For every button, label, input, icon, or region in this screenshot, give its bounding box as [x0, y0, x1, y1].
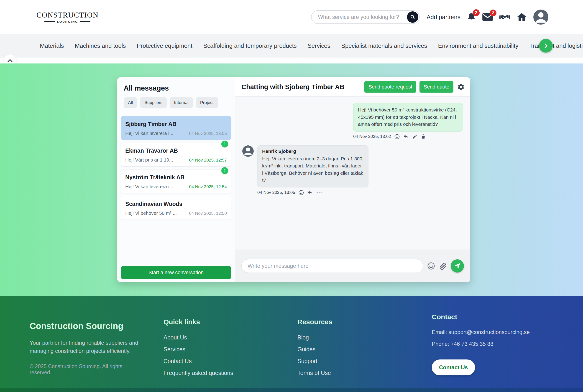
conversation-list: Sjöberg Timber AB Hej! Vi kan leverera i… [120, 116, 232, 260]
chat-settings-button[interactable] [457, 83, 465, 91]
logo-rule-left [44, 22, 55, 22]
paperclip-icon [439, 262, 447, 270]
incoming-message-bubble: Henrik Sjöberg Hej! Vi kan leverera inom… [257, 146, 369, 188]
reply-button[interactable] [307, 190, 313, 196]
footer-contact-column: Contact Email: support@constructionsourc… [432, 312, 530, 376]
conversation-timestamp: 04 Nov 2025, 13:05 [189, 131, 227, 136]
outgoing-message-timestamp: 04 Nov 2025, 13:02 [353, 134, 391, 139]
smiley-icon [427, 262, 435, 270]
nav-item-materials[interactable]: Materials [40, 42, 64, 49]
outgoing-message: Hej! Vi behöver 50 m³ konstruktionsvirke… [353, 102, 463, 140]
conversation-item-sjoberg-timber[interactable]: Sjöberg Timber AB Hej! Vi kan leverera i… [121, 116, 231, 140]
user-icon [242, 146, 254, 157]
conversation-name: Sjöberg Timber AB [125, 121, 227, 128]
partnerships-button[interactable] [499, 14, 511, 21]
filter-all[interactable]: All [124, 97, 137, 108]
avatar[interactable] [533, 10, 548, 24]
reply-button[interactable] [403, 134, 409, 140]
nav-item-protective-equipment[interactable]: Protective equipment [137, 42, 192, 49]
notifications-button[interactable]: 2 [467, 12, 476, 22]
conversation-timestamp: 04 Nov 2025, 12:50 [189, 211, 227, 216]
message-input[interactable] [241, 259, 423, 273]
footer-brand: Construction Sourcing [30, 321, 143, 331]
footer-link-services[interactable]: Services [163, 346, 233, 353]
conversation-preview: Hej! Vårt pris är 1 19... [125, 157, 173, 163]
delete-button[interactable] [421, 134, 426, 139]
chat-message-area: Hej! Vi behöver 50 m³ konstruktionsvirke… [235, 97, 470, 250]
conversation-row: Hej! Vi behöver 50 m³ ... 04 Nov 2025, 1… [125, 210, 227, 216]
conversation-item-nystrom-trateknik[interactable]: 1 Nyström Träteknik AB Hej! Vi kan lever… [121, 169, 231, 193]
page: CONSTRUCTION SOURCING Add partners [0, 0, 583, 392]
footer-link-faq[interactable]: Frequently asked questions [163, 370, 233, 376]
contact-us-button[interactable]: Contact Us [432, 360, 475, 376]
conversations-pane: All messages All Suppliers Internal Proj… [117, 77, 235, 282]
messages-button[interactable]: 2 [482, 13, 493, 22]
user-icon [533, 10, 548, 24]
chat-pane: Chatting with Sjöberg Timber AB Send quo… [235, 77, 470, 282]
send-quote-button[interactable]: Send quote [420, 81, 453, 92]
footer-resources-column: Resources Blog Guides Support Terms of U… [298, 318, 332, 381]
category-nav: Materials Machines and tools Protective … [0, 34, 583, 58]
filter-suppliers[interactable]: Suppliers [140, 97, 167, 108]
start-new-conversation-button[interactable]: Start a new conversation [121, 266, 231, 279]
more-options-button[interactable] [316, 191, 322, 194]
add-partners-link[interactable]: Add partners [427, 14, 460, 21]
footer-link-about-us[interactable]: About Us [163, 334, 233, 341]
messages-panel-title: All messages [124, 84, 232, 92]
react-button[interactable] [298, 190, 304, 196]
nav-item-environment[interactable]: Environment and sustainability [438, 42, 518, 49]
chat-input-row [235, 250, 470, 282]
home-button[interactable] [517, 12, 526, 22]
attach-file-button[interactable] [439, 262, 447, 270]
nav-scroll-right-button[interactable] [539, 39, 553, 52]
smiley-icon [394, 134, 400, 140]
logo-rule-right [80, 22, 90, 22]
chevron-up-icon [7, 57, 14, 64]
footer-copyright: © 2025 Construction Sourcing. All rights… [30, 363, 143, 376]
footer-brand-column: Construction Sourcing Your partner for f… [30, 321, 143, 376]
nav-item-specialist-materials[interactable]: Specialist materials and services [341, 42, 427, 49]
footer-link-terms[interactable]: Terms of Use [298, 370, 332, 376]
footer-link-blog[interactable]: Blog [298, 334, 332, 341]
conversation-item-scandinavian-woods[interactable]: Scandinavian Woods Hej! Vi behöver 50 m³… [121, 196, 231, 220]
send-quote-request-button[interactable]: Send quote request [364, 81, 416, 92]
conversation-row: Hej! Vi kan leverera i... 04 Nov 2025, 1… [125, 184, 227, 189]
chat-header: Chatting with Sjöberg Timber AB Send quo… [235, 77, 470, 97]
footer: Construction Sourcing Your partner for f… [0, 296, 583, 388]
logo[interactable]: CONSTRUCTION SOURCING [37, 11, 99, 24]
incoming-message: Henrik Sjöberg Hej! Vi kan leverera inom… [242, 146, 463, 196]
resources-title: Resources [298, 318, 332, 326]
emoji-button[interactable] [427, 262, 435, 270]
footer-link-support[interactable]: Support [298, 358, 332, 364]
main-background: All messages All Suppliers Internal Proj… [0, 64, 583, 296]
chat-title: Chatting with Sjöberg Timber AB [241, 83, 361, 91]
ellipsis-icon [316, 191, 322, 194]
conversation-name: Nyström Träteknik AB [125, 174, 227, 181]
conversation-row: Hej! Vårt pris är 1 19... 04 Nov 2025, 1… [125, 157, 227, 163]
search-icon [410, 14, 416, 20]
footer-link-guides[interactable]: Guides [298, 346, 332, 353]
footer-quick-links-column: Quick links About Us Services Contact Us… [163, 318, 233, 381]
send-icon [454, 262, 461, 269]
react-button[interactable] [394, 134, 400, 140]
nav-item-machines-and-tools[interactable]: Machines and tools [75, 42, 126, 49]
notifications-badge: 2 [473, 9, 480, 16]
outgoing-message-meta: 04 Nov 2025, 13:02 [353, 134, 463, 140]
filter-project[interactable]: Project [196, 97, 218, 108]
bottom-bar [0, 388, 583, 392]
search-input[interactable] [312, 11, 419, 24]
footer-link-contact-us[interactable]: Contact Us [163, 358, 233, 364]
search-button[interactable] [407, 12, 418, 23]
conversation-item-ekman-travaror[interactable]: 1 Ekman Trävaror AB Hej! Vårt pris är 1 … [121, 143, 231, 166]
footer-tagline: Your partner for finding reliable suppli… [30, 339, 142, 355]
send-message-button[interactable] [451, 259, 464, 272]
conversations-footer: Start a new conversation [120, 263, 232, 279]
nav-item-scaffolding[interactable]: Scaffolding and temporary products [203, 42, 297, 49]
filter-internal[interactable]: Internal [170, 97, 193, 108]
edit-button[interactable] [412, 134, 417, 139]
conversation-filters: All Suppliers Internal Project [124, 97, 232, 108]
nav-item-services[interactable]: Services [308, 42, 331, 49]
nav-item-transport-logistics[interactable]: Transport and logistics [529, 42, 583, 49]
sender-avatar [242, 146, 254, 157]
handshake-icon [499, 14, 511, 21]
